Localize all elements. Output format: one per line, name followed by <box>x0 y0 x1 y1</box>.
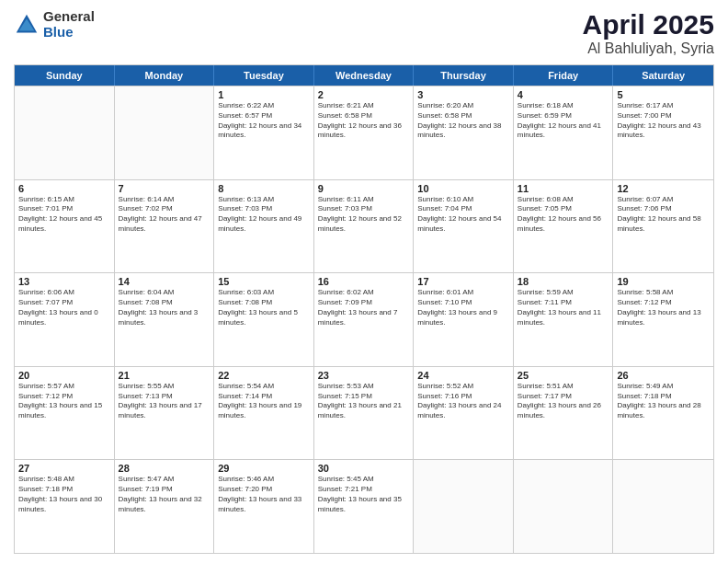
calendar-day-26: 26Sunrise: 5:49 AMSunset: 7:18 PMDayligh… <box>613 367 713 460</box>
calendar-day-5: 5Sunrise: 6:17 AMSunset: 7:00 PMDaylight… <box>613 86 713 179</box>
day-header-saturday: Saturday <box>613 65 713 86</box>
calendar-day-9: 9Sunrise: 6:11 AMSunset: 7:03 PMDaylight… <box>314 180 415 273</box>
day-number: 14 <box>119 276 210 287</box>
day-number: 27 <box>18 463 110 474</box>
day-info: Sunrise: 6:13 AMSunset: 7:03 PMDaylight:… <box>218 195 310 235</box>
day-header-friday: Friday <box>514 65 614 86</box>
day-info: Sunrise: 5:59 AMSunset: 7:11 PMDaylight:… <box>518 288 609 327</box>
calendar-day-11: 11Sunrise: 6:08 AMSunset: 7:05 PMDayligh… <box>514 180 614 273</box>
calendar-day-10: 10Sunrise: 6:10 AMSunset: 7:04 PMDayligh… <box>414 180 514 273</box>
day-info: Sunrise: 6:08 AMSunset: 7:05 PMDaylight:… <box>518 195 609 235</box>
day-header-wednesday: Wednesday <box>314 65 415 86</box>
day-number: 7 <box>119 183 210 194</box>
calendar: SundayMondayTuesdayWednesdayThursdayFrid… <box>14 64 714 554</box>
calendar-day-20: 20Sunrise: 5:57 AMSunset: 7:12 PMDayligh… <box>15 367 115 460</box>
day-info: Sunrise: 6:17 AMSunset: 7:00 PMDaylight:… <box>617 101 710 141</box>
calendar-day-29: 29Sunrise: 5:46 AMSunset: 7:20 PMDayligh… <box>214 460 314 553</box>
title-month: April 2025 <box>583 9 714 40</box>
calendar-day-17: 17Sunrise: 6:01 AMSunset: 7:10 PMDayligh… <box>414 273 514 366</box>
title-location: Al Bahluliyah, Syria <box>583 40 714 57</box>
day-info: Sunrise: 5:49 AMSunset: 7:18 PMDaylight:… <box>617 382 710 421</box>
day-number: 28 <box>119 463 210 474</box>
day-number: 8 <box>218 183 310 194</box>
calendar-week-5: 27Sunrise: 5:48 AMSunset: 7:18 PMDayligh… <box>15 459 713 553</box>
calendar-day-22: 22Sunrise: 5:54 AMSunset: 7:14 PMDayligh… <box>214 367 314 460</box>
day-info: Sunrise: 5:51 AMSunset: 7:17 PMDaylight:… <box>518 382 609 421</box>
day-header-tuesday: Tuesday <box>214 65 314 86</box>
day-number: 26 <box>617 370 710 381</box>
page: General Blue April 2025 Al Bahluliyah, S… <box>0 0 728 563</box>
day-number: 12 <box>617 183 710 194</box>
logo-icon <box>14 12 40 38</box>
day-number: 16 <box>318 276 410 287</box>
calendar-day-27: 27Sunrise: 5:48 AMSunset: 7:18 PMDayligh… <box>15 460 115 553</box>
calendar-day-14: 14Sunrise: 6:04 AMSunset: 7:08 PMDayligh… <box>115 273 215 366</box>
calendar-week-2: 6Sunrise: 6:15 AMSunset: 7:01 PMDaylight… <box>15 179 713 273</box>
day-number: 17 <box>417 276 509 287</box>
calendar-day-18: 18Sunrise: 5:59 AMSunset: 7:11 PMDayligh… <box>514 273 614 366</box>
calendar-day-16: 16Sunrise: 6:02 AMSunset: 7:09 PMDayligh… <box>314 273 415 366</box>
day-info: Sunrise: 6:11 AMSunset: 7:03 PMDaylight:… <box>318 195 410 235</box>
calendar-day-1: 1Sunrise: 6:22 AMSunset: 6:57 PMDaylight… <box>214 86 314 179</box>
calendar-day-3: 3Sunrise: 6:20 AMSunset: 6:58 PMDaylight… <box>414 86 514 179</box>
day-header-thursday: Thursday <box>414 65 514 86</box>
day-info: Sunrise: 5:45 AMSunset: 7:21 PMDaylight:… <box>318 475 410 514</box>
calendar-empty-cell <box>514 460 614 553</box>
day-number: 4 <box>518 89 609 100</box>
calendar-day-6: 6Sunrise: 6:15 AMSunset: 7:01 PMDaylight… <box>15 180 115 273</box>
logo-general-text: General <box>43 9 95 25</box>
calendar-day-4: 4Sunrise: 6:18 AMSunset: 6:59 PMDaylight… <box>514 86 614 179</box>
calendar-day-7: 7Sunrise: 6:14 AMSunset: 7:02 PMDaylight… <box>115 180 215 273</box>
day-number: 18 <box>518 276 609 287</box>
calendar-body: 1Sunrise: 6:22 AMSunset: 6:57 PMDaylight… <box>15 86 713 553</box>
calendar-day-8: 8Sunrise: 6:13 AMSunset: 7:03 PMDaylight… <box>214 180 314 273</box>
day-info: Sunrise: 6:21 AMSunset: 6:58 PMDaylight:… <box>318 101 410 141</box>
day-info: Sunrise: 5:46 AMSunset: 7:20 PMDaylight:… <box>218 475 310 514</box>
logo-text: General Blue <box>43 9 95 40</box>
title-block: April 2025 Al Bahluliyah, Syria <box>583 9 714 57</box>
day-number: 30 <box>318 463 410 474</box>
day-info: Sunrise: 5:57 AMSunset: 7:12 PMDaylight:… <box>18 382 110 421</box>
day-header-monday: Monday <box>115 65 215 86</box>
calendar-day-12: 12Sunrise: 6:07 AMSunset: 7:06 PMDayligh… <box>613 180 713 273</box>
calendar-header: SundayMondayTuesdayWednesdayThursdayFrid… <box>15 65 713 86</box>
calendar-empty-cell <box>613 460 713 553</box>
calendar-day-24: 24Sunrise: 5:52 AMSunset: 7:16 PMDayligh… <box>414 367 514 460</box>
day-number: 5 <box>617 89 710 100</box>
calendar-day-19: 19Sunrise: 5:58 AMSunset: 7:12 PMDayligh… <box>613 273 713 366</box>
calendar-day-30: 30Sunrise: 5:45 AMSunset: 7:21 PMDayligh… <box>314 460 415 553</box>
header: General Blue April 2025 Al Bahluliyah, S… <box>14 9 714 57</box>
day-info: Sunrise: 5:54 AMSunset: 7:14 PMDaylight:… <box>218 382 310 421</box>
day-info: Sunrise: 5:48 AMSunset: 7:18 PMDaylight:… <box>18 475 110 514</box>
day-info: Sunrise: 6:01 AMSunset: 7:10 PMDaylight:… <box>417 288 509 327</box>
day-number: 19 <box>617 276 710 287</box>
day-info: Sunrise: 6:03 AMSunset: 7:08 PMDaylight:… <box>218 288 310 327</box>
day-number: 10 <box>417 183 509 194</box>
calendar-day-21: 21Sunrise: 5:55 AMSunset: 7:13 PMDayligh… <box>115 367 215 460</box>
logo-blue-text: Blue <box>43 25 95 40</box>
day-number: 29 <box>218 463 310 474</box>
calendar-day-28: 28Sunrise: 5:47 AMSunset: 7:19 PMDayligh… <box>115 460 215 553</box>
day-info: Sunrise: 6:14 AMSunset: 7:02 PMDaylight:… <box>119 195 210 235</box>
day-info: Sunrise: 6:22 AMSunset: 6:57 PMDaylight:… <box>218 101 310 141</box>
calendar-empty-cell <box>115 86 215 179</box>
day-number: 21 <box>119 370 210 381</box>
day-number: 22 <box>218 370 310 381</box>
day-number: 24 <box>417 370 509 381</box>
day-number: 15 <box>218 276 310 287</box>
day-info: Sunrise: 5:58 AMSunset: 7:12 PMDaylight:… <box>617 288 710 327</box>
day-number: 2 <box>318 89 410 100</box>
day-info: Sunrise: 5:52 AMSunset: 7:16 PMDaylight:… <box>417 382 509 421</box>
calendar-day-25: 25Sunrise: 5:51 AMSunset: 7:17 PMDayligh… <box>514 367 614 460</box>
day-number: 25 <box>518 370 609 381</box>
calendar-day-13: 13Sunrise: 6:06 AMSunset: 7:07 PMDayligh… <box>15 273 115 366</box>
day-info: Sunrise: 6:07 AMSunset: 7:06 PMDaylight:… <box>617 195 710 235</box>
calendar-week-1: 1Sunrise: 6:22 AMSunset: 6:57 PMDaylight… <box>15 86 713 179</box>
calendar-empty-cell <box>15 86 115 179</box>
day-number: 3 <box>417 89 509 100</box>
day-info: Sunrise: 6:20 AMSunset: 6:58 PMDaylight:… <box>417 101 509 141</box>
day-info: Sunrise: 6:04 AMSunset: 7:08 PMDaylight:… <box>119 288 210 327</box>
day-number: 9 <box>318 183 410 194</box>
day-number: 13 <box>18 276 110 287</box>
logo: General Blue <box>14 9 95 40</box>
